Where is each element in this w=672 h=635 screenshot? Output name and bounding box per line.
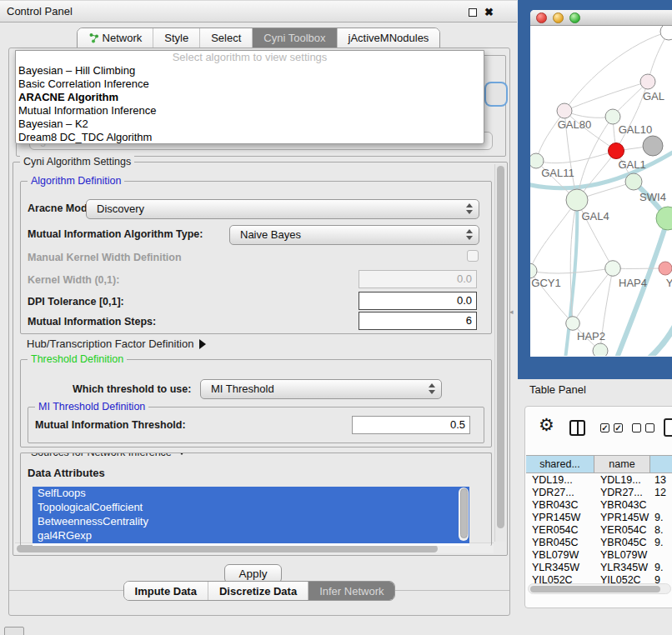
combo-stepper-icon: [466, 229, 473, 240]
which-threshold-combo[interactable]: MI Threshold: [200, 379, 442, 399]
mi-type-combo[interactable]: Naive Bayes: [229, 225, 479, 245]
algorithm-definition-group: Algorithm Definition Aracne Mode: Discov…: [20, 181, 492, 334]
combo-stepper-icon: [429, 383, 435, 394]
checked-box-icon[interactable]: ✓: [614, 423, 623, 432]
tab-cyni-toolbox[interactable]: Cyni Toolbox: [252, 28, 336, 48]
network-node-label: GAL4: [581, 210, 609, 222]
table-row[interactable]: YBR045CYBR045C9.: [526, 537, 672, 549]
list-item[interactable]: gal4RGexp: [33, 529, 469, 543]
unchecked-box-icon[interactable]: [645, 423, 654, 432]
list-item[interactable]: BetweennessCentrality: [33, 515, 469, 529]
panel-divider-handle[interactable]: ◂: [509, 308, 514, 316]
network-node[interactable]: [625, 173, 642, 190]
tab-select[interactable]: Select: [199, 28, 252, 48]
tab-infer-network[interactable]: Infer Network: [308, 582, 394, 600]
menu-item[interactable]: Mutual Information Inference: [16, 104, 484, 118]
network-node[interactable]: [605, 109, 620, 124]
mi-threshold-title: MI Threshold Definition: [35, 401, 148, 412]
network-node[interactable]: [643, 136, 663, 156]
menu-item[interactable]: Bayesian – Hill Climbing: [16, 64, 484, 78]
collapsed-panel-icon[interactable]: [4, 627, 24, 635]
expander-collapsed-icon: [199, 339, 206, 349]
network-node-label: GCY1: [531, 277, 560, 289]
table-row[interactable]: YER054CYER054C8.: [526, 524, 672, 537]
kernel-width-input[interactable]: 0.0: [359, 270, 477, 288]
column-header-shared-name[interactable]: shared...: [526, 456, 594, 472]
network-nodes[interactable]: GALGAL80GAL10GAL1GAL11SWI4GAL4GCY1HAP4YH…: [530, 26, 672, 356]
table-row[interactable]: YLR345WYLR345W9.: [526, 562, 672, 574]
dpi-tolerance-input[interactable]: 0.0: [359, 292, 477, 310]
list-item[interactable]: SelfLoops: [33, 487, 469, 501]
network-view-window: GALGAL80GAL10GAL1GAL11SWI4GAL4GCY1HAP4YH…: [530, 10, 672, 357]
close-window-icon[interactable]: [536, 12, 547, 23]
sources-group: Sources for Network Inference Data Attri…: [20, 452, 492, 546]
column-header-partial[interactable]: [650, 456, 672, 472]
network-node-label: GAL1: [618, 158, 645, 171]
table-row[interactable]: YDR27...YDR27...12: [526, 487, 672, 499]
unchecked-box-icon[interactable]: [632, 423, 641, 432]
bottom-tabbar: Impute Data Discretize Data Infer Networ…: [9, 581, 509, 601]
checked-box-icon[interactable]: ✓: [600, 423, 609, 432]
list-scrollbar[interactable]: [459, 488, 469, 541]
menu-item[interactable]: Dream8 DC_TDC Algorithm: [16, 131, 484, 144]
manual-kernel-checkbox[interactable]: [467, 250, 479, 262]
table-row[interactable]: YPR145WYPR145W9.: [526, 512, 672, 524]
tab-discretize-data[interactable]: Discretize Data: [208, 582, 308, 600]
column-header-name[interactable]: name: [594, 456, 650, 472]
network-window-titlebar: [530, 10, 672, 26]
tab-jactivemnodules[interactable]: jActiveMNodules: [337, 28, 440, 48]
hub-factor-expander[interactable]: Hub/Transcription Factor Definition: [27, 338, 206, 350]
network-node-label: HAP2: [577, 330, 605, 342]
expander-expanded-icon: [177, 452, 187, 455]
algorithm-definition-title: Algorithm Definition: [28, 175, 124, 187]
close-panel-icon[interactable]: ✖: [484, 4, 494, 21]
network-tab-icon: [88, 30, 99, 48]
mi-steps-input[interactable]: 6: [359, 312, 477, 330]
network-node[interactable]: [593, 343, 608, 356]
network-canvas[interactable]: GALGAL80GAL10GAL1GAL11SWI4GAL4GCY1HAP4YH…: [530, 26, 672, 356]
network-node[interactable]: [660, 26, 672, 40]
tab-style[interactable]: Style: [153, 28, 199, 48]
table-horizontal-scrollbar[interactable]: [528, 583, 671, 594]
data-attributes-label: Data Attributes: [28, 467, 105, 479]
menu-item[interactable]: Basic Correlation Inference: [16, 78, 484, 91]
mi-threshold-input[interactable]: 0.5: [352, 416, 470, 434]
network-node[interactable]: [557, 103, 572, 118]
network-node-label: HAP4: [619, 277, 647, 289]
network-node[interactable]: [640, 74, 655, 89]
aracne-mode-combo[interactable]: Discovery: [86, 199, 479, 219]
partial-document-icon[interactable]: [664, 418, 672, 437]
menu-item-selected[interactable]: ARACNE Algorithm: [16, 91, 484, 104]
table-body: YDL19...YDL19...13 YDR27...YDR27...12 YB…: [526, 474, 672, 587]
network-node[interactable]: [605, 261, 621, 277]
settings-gear-icon[interactable]: ⚙: [539, 415, 554, 435]
network-node-label: GAL11: [541, 167, 574, 179]
network-node[interactable]: [566, 189, 588, 211]
data-attributes-list[interactable]: SelfLoops TopologicalCoefficient Between…: [33, 487, 469, 546]
table-row[interactable]: YDL19...YDL19...13: [526, 474, 672, 487]
menu-item[interactable]: Bayesian – K2: [16, 118, 484, 131]
table-row[interactable]: YBR043CYBR043C: [526, 499, 672, 512]
threshold-definition-group: Threshold Definition Which threshold to …: [20, 359, 492, 448]
algorithm-dropdown-popup: Select algorithm to view settings Bayesi…: [15, 50, 484, 144]
table-header-row: shared... name: [526, 455, 672, 473]
network-node[interactable]: [566, 317, 580, 331]
float-window-icon[interactable]: [469, 8, 477, 17]
table-row[interactable]: YBL079WYBL079W: [526, 549, 672, 562]
mi-steps-label: Mutual Information Steps:: [28, 316, 156, 328]
split-columns-icon[interactable]: [569, 420, 585, 436]
list-item[interactable]: TopologicalCoefficient: [33, 501, 469, 515]
table-panel-title: Table Panel: [529, 383, 586, 396]
kernel-width-label: Kernel Width (0,1):: [28, 274, 119, 286]
tab-impute-data[interactable]: Impute Data: [124, 582, 208, 600]
tab-network[interactable]: Network: [78, 28, 153, 48]
network-node-label: GAL80: [558, 118, 591, 131]
sources-group-title[interactable]: Sources for Network Inference: [28, 452, 190, 458]
network-node[interactable]: [659, 262, 672, 275]
settings-vertical-scrollbar[interactable]: [494, 164, 505, 542]
table-toolbar: ⚙ ✓ ✓: [525, 407, 672, 450]
minimize-window-icon[interactable]: [553, 12, 564, 23]
network-node[interactable]: [609, 143, 624, 159]
zoom-window-icon[interactable]: [569, 12, 580, 23]
table-panel-inset: ⚙ ✓ ✓ shared... name YDL19...YDL19...13 …: [524, 406, 672, 608]
